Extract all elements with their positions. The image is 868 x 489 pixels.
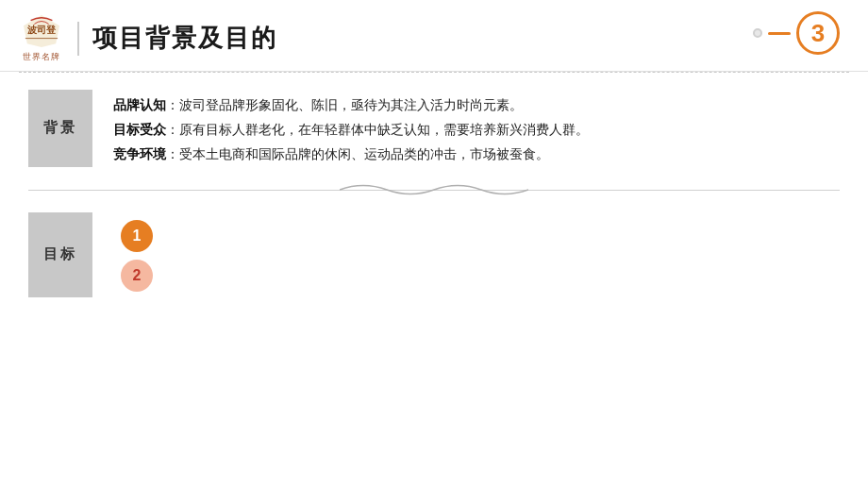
brand-value: ：波司登品牌形象固化、陈旧，亟待为其注入活力时尚元素。: [166, 97, 523, 112]
logo-subtitle: 世界名牌: [23, 51, 60, 63]
background-line-3: 竞争环境：受本土电商和国际品牌的休闲、运动品类的冲击，市场被蚕食。: [113, 143, 840, 167]
target-content: 1 2: [92, 212, 153, 292]
page-header: 波司登 世界名牌 项目背景及目的 3: [0, 0, 868, 72]
brand-key: 品牌认知: [113, 97, 166, 112]
target-section: 目标 1 2: [28, 212, 840, 297]
competition-key: 竞争环境: [113, 146, 166, 161]
logo-area: 波司登 世界名牌: [19, 13, 64, 63]
background-line-2: 目标受众：原有目标人群老化，在年轻群体中缺乏认知，需要培养新兴消费人群。: [113, 118, 840, 143]
header-divider: [77, 22, 79, 56]
wave-divider: [28, 177, 840, 203]
background-line-1: 品牌认知：波司登品牌形象固化、陈旧，亟待为其注入活力时尚元素。: [113, 93, 840, 118]
step-dot: [753, 28, 762, 38]
audience-key: 目标受众: [113, 122, 166, 137]
background-content: 品牌认知：波司登品牌形象固化、陈旧，亟待为其注入活力时尚元素。 目标受众：原有目…: [92, 90, 840, 167]
page-title: 项目背景及目的: [92, 22, 277, 55]
audience-value: ：原有目标人群老化，在年轻群体中缺乏认知，需要培养新兴消费人群。: [166, 122, 589, 137]
step-number: 3: [796, 11, 840, 55]
target-item-2[interactable]: 2: [121, 260, 153, 292]
step-connector: [768, 32, 791, 35]
svg-text:波司登: 波司登: [27, 25, 57, 35]
target-number-2: 2: [133, 267, 142, 284]
target-number-1: 1: [133, 228, 142, 244]
background-label: 背景: [28, 90, 92, 167]
target-item-1[interactable]: 1: [121, 220, 153, 252]
main-content: 背景 品牌认知：波司登品牌形象固化、陈旧，亟待为其注入活力时尚元素。 目标受众：…: [0, 73, 868, 307]
background-section: 背景 品牌认知：波司登品牌形象固化、陈旧，亟待为其注入活力时尚元素。 目标受众：…: [28, 90, 840, 167]
target-label: 目标: [28, 212, 92, 297]
logo-icon: 波司登: [19, 13, 64, 49]
competition-value: ：受本土电商和国际品牌的休闲、运动品类的冲击，市场被蚕食。: [166, 146, 549, 161]
step-indicator: 3: [753, 11, 840, 55]
wave-svg: [340, 179, 528, 200]
